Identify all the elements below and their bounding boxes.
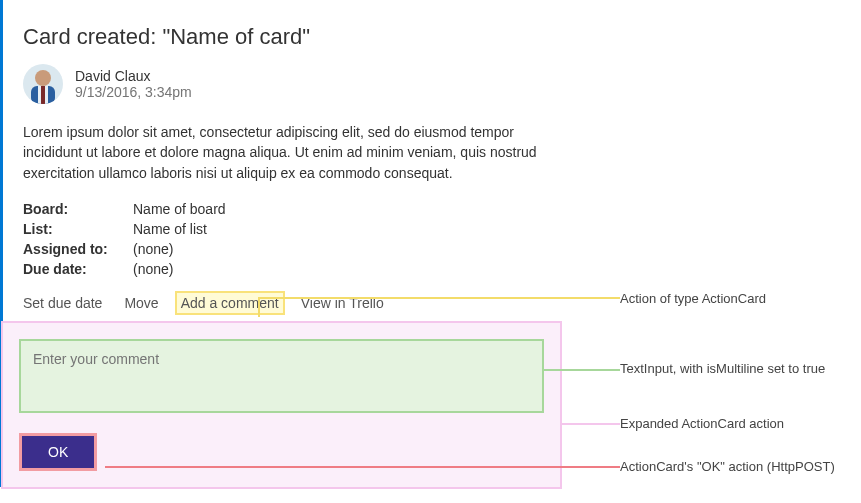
avatar bbox=[23, 64, 63, 104]
ok-button[interactable]: OK bbox=[19, 433, 97, 471]
svg-rect-4 bbox=[41, 86, 45, 104]
author-row: David Claux 9/13/2016, 3:34pm bbox=[23, 64, 540, 104]
fact-label: Due date: bbox=[23, 261, 133, 277]
annotation-line bbox=[260, 297, 620, 299]
callout-expanded: Expanded ActionCard action bbox=[620, 415, 784, 433]
author-timestamp: 9/13/2016, 3:34pm bbox=[75, 84, 192, 100]
fact-value: (none) bbox=[133, 261, 173, 277]
actions-row: Set due date Move Add a comment View in … bbox=[23, 295, 540, 323]
card-title: Card created: "Name of card" bbox=[23, 24, 540, 50]
svg-point-1 bbox=[35, 70, 51, 86]
fact-row: Assigned to: (none) bbox=[23, 241, 540, 257]
card-body: Lorem ipsum dolor sit amet, consectetur … bbox=[23, 122, 540, 183]
fact-label: Assigned to: bbox=[23, 241, 133, 257]
callout-text-input: TextInput, with isMultiline set to true bbox=[620, 360, 825, 378]
avatar-icon bbox=[23, 64, 63, 104]
action-move[interactable]: Move bbox=[124, 295, 158, 311]
fact-row: List: Name of list bbox=[23, 221, 540, 237]
message-card: Card created: "Name of card" David Claux… bbox=[0, 0, 560, 487]
fact-set: Board: Name of board List: Name of list … bbox=[23, 201, 540, 277]
callout-action-card: Action of type ActionCard bbox=[620, 290, 766, 308]
fact-value: Name of list bbox=[133, 221, 207, 237]
expanded-action-card: OK bbox=[3, 323, 560, 487]
action-add-comment[interactable]: Add a comment bbox=[177, 293, 283, 313]
fact-value: (none) bbox=[133, 241, 173, 257]
annotation-line bbox=[105, 466, 620, 468]
annotation-line bbox=[560, 423, 620, 425]
fact-row: Due date: (none) bbox=[23, 261, 540, 277]
author-name: David Claux bbox=[75, 68, 192, 84]
annotation-line bbox=[258, 297, 260, 317]
fact-row: Board: Name of board bbox=[23, 201, 540, 217]
callout-ok-action: ActionCard's "OK" action (HttpPOST) bbox=[620, 458, 835, 476]
action-set-due-date[interactable]: Set due date bbox=[23, 295, 102, 311]
annotation-line bbox=[542, 369, 620, 371]
fact-label: List: bbox=[23, 221, 133, 237]
fact-value: Name of board bbox=[133, 201, 226, 217]
fact-label: Board: bbox=[23, 201, 133, 217]
comment-input[interactable] bbox=[19, 339, 544, 413]
